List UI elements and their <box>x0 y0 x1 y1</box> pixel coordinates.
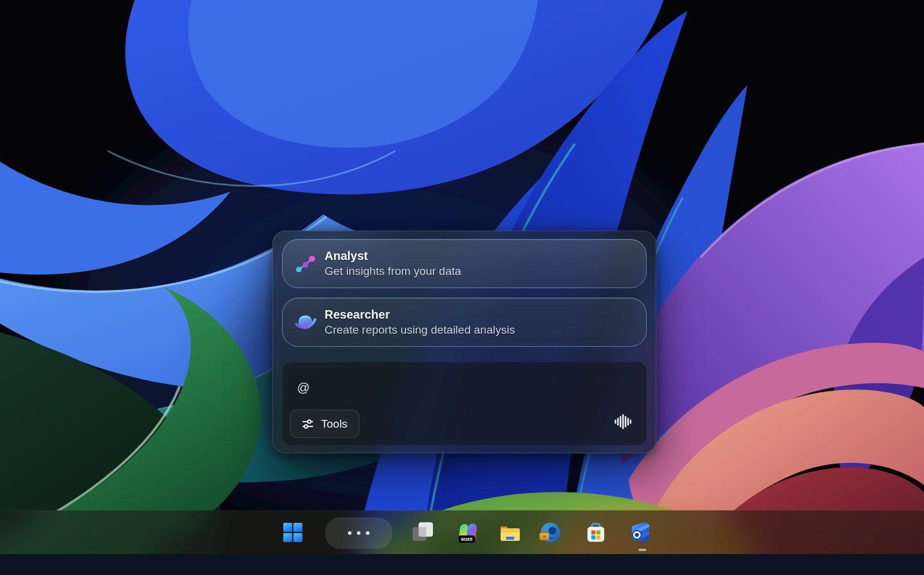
search-pill[interactable] <box>325 518 392 549</box>
outlook-icon <box>629 520 653 544</box>
prompt-input-area[interactable]: @ Tools <box>282 362 647 446</box>
task-view-button[interactable] <box>410 519 436 546</box>
tools-label: Tools <box>321 417 347 431</box>
desktop: Analyst Get insights from your data <box>0 0 924 575</box>
task-view-icon <box>411 520 435 544</box>
m365-copilot-icon: M365 <box>455 520 478 544</box>
agent-text-researcher: Researcher Create reports using detailed… <box>325 307 515 338</box>
file-explorer-button[interactable] <box>497 519 523 546</box>
agent-text-analyst: Analyst Get insights from your data <box>325 248 461 279</box>
ellipsis-dot <box>348 531 352 535</box>
microsoft-store-button[interactable] <box>583 519 609 546</box>
microsoft-store-icon <box>584 520 608 544</box>
agent-card-researcher[interactable]: Researcher Create reports using detailed… <box>282 298 647 347</box>
agent-description: Get insights from your data <box>325 264 461 279</box>
start-icon <box>281 520 305 544</box>
agent-title: Researcher <box>325 307 515 322</box>
copilot-agent-panel: Analyst Get insights from your data <box>272 231 656 453</box>
taskbar: M365 <box>0 510 924 554</box>
sliders-icon <box>301 417 314 431</box>
screen-bottom-strip <box>0 554 924 575</box>
tools-button[interactable]: Tools <box>290 410 359 438</box>
m365-copilot-button[interactable]: M365 <box>453 519 480 546</box>
ellipsis-dot <box>366 531 369 535</box>
agent-title: Analyst <box>325 248 461 264</box>
edge-button[interactable] <box>537 519 564 546</box>
agent-description: Create reports using detailed analysis <box>325 322 515 338</box>
voice-waveform-icon[interactable] <box>614 413 632 431</box>
agent-card-analyst[interactable]: Analyst Get insights from your data <box>282 239 647 288</box>
start-button[interactable] <box>280 519 306 546</box>
edge-icon <box>538 520 562 544</box>
outlook-button[interactable] <box>628 519 654 546</box>
m365-badge: M365 <box>461 537 472 542</box>
mention-symbol: @ <box>297 380 310 395</box>
file-explorer-icon <box>498 520 522 544</box>
researcher-orbit-icon <box>295 311 316 333</box>
outlook-running-indicator <box>638 549 646 551</box>
analyst-trend-icon <box>295 253 316 274</box>
ellipsis-dot <box>357 531 360 535</box>
